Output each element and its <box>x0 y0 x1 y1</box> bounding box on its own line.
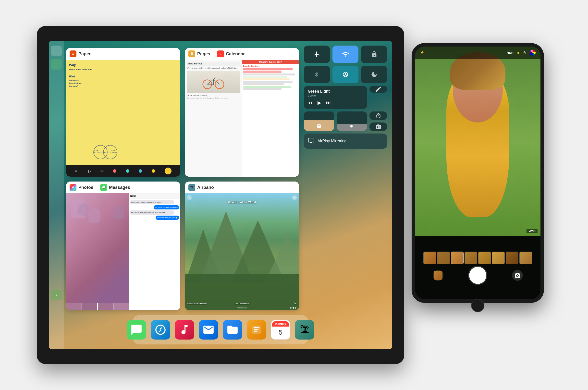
cc-brightness-volume-row <box>304 111 387 131</box>
svg-text:IDEA: IDEA <box>111 149 116 151</box>
pages-doc-text: Whether you're looking to hit the open r… <box>187 67 240 69</box>
paper-handwriting-text: Why share ideas and share What distincti… <box>69 63 177 88</box>
filter-thumb-1[interactable] <box>423 252 436 264</box>
paper-card-header: ● Paper <box>66 48 180 59</box>
paper-content: Why share ideas and share What distincti… <box>66 60 180 177</box>
pages-calendar-app-card[interactable]: 📄 Pages 5 Calendar <box>185 48 299 177</box>
color-dot-red <box>113 169 116 173</box>
paper-toolbar: ✏ ◐ ✂ <box>66 165 180 177</box>
cc-timer-btn[interactable] <box>369 111 387 120</box>
cc-wifi-btn[interactable] <box>333 46 359 63</box>
dock-app-messages[interactable] <box>127 320 146 340</box>
cc-rotation-lock-btn[interactable] <box>361 46 387 63</box>
photo-thumb-3 <box>98 303 113 310</box>
cc-volume-slider[interactable] <box>337 111 367 131</box>
iphone-status-bar: ⚡ HDR ● ⏱ <box>415 47 540 59</box>
cc-notes-btn[interactable] <box>369 86 387 93</box>
flash-icon: ● <box>517 50 520 55</box>
dock-app-music[interactable] <box>175 320 194 340</box>
color-dot-teal <box>126 169 129 173</box>
camera-viewfinder: VIVID <box>415 47 540 236</box>
photos-messages-app-card[interactable]: ✿ Photos 💬 Messages <box>66 182 180 310</box>
paper-venn-diagram: IDEA GENERATION IDEA THINKING <box>81 144 175 163</box>
cc-right-icons <box>369 111 387 131</box>
pages-doc-subtext: GREATEST AND PEBBLE I But because to get… <box>187 94 240 99</box>
cc-music-controls: ⏮ ▶ ⏭ <box>308 100 363 106</box>
dock-app-safari[interactable] <box>151 320 170 340</box>
paper-app-card[interactable]: ● Paper Why share ideas and share What d… <box>66 48 180 177</box>
cc-music-artist-text: Lorde <box>308 94 363 97</box>
bike-illustration <box>187 71 240 93</box>
cactus-shape-4 <box>113 205 124 219</box>
filter-icon[interactable] <box>530 50 536 56</box>
filter-thumb-3-selected[interactable] <box>451 252 464 264</box>
photos-panel <box>66 193 129 310</box>
dock-app-calendar[interactable]: Monday 5 <box>271 320 290 340</box>
calendar-panel: Monday, June 5, 2017 Describe Selection … <box>242 60 299 177</box>
cc-camera-btn[interactable] <box>369 122 387 131</box>
svg-point-13 <box>213 84 214 85</box>
shutter-button[interactable] <box>469 267 486 284</box>
paper-app-icon: ● <box>70 50 76 57</box>
airpano-card-body: ✕ ⓘ Wonders of the World Christ the Rede… <box>185 193 299 310</box>
dock-app-files[interactable] <box>223 320 242 340</box>
control-center-panel: Green Light Lorde ⏮ ▶ ⏭ <box>304 46 387 149</box>
svg-point-20 <box>345 73 346 74</box>
filter-thumb-4[interactable] <box>465 252 477 264</box>
filter-thumb-6[interactable] <box>492 252 505 264</box>
ipad-device: › ● Paper Why <box>37 26 404 364</box>
calendar-events: Describe Selection ▾ <box>242 64 299 92</box>
cc-airplay-mirroring-btn[interactable]: AirPlay Mirroring <box>304 134 387 149</box>
airpano-app-icon: 🗺 <box>188 184 195 191</box>
cactus-shape-3 <box>88 208 100 223</box>
photo-library-btn[interactable] <box>433 270 443 281</box>
camera-controls-row <box>415 267 540 284</box>
camera-flip-btn[interactable] <box>512 270 523 281</box>
svg-rect-26 <box>254 331 257 332</box>
timer-icon[interactable]: ⏱ <box>523 51 526 55</box>
calendar-app-title: Calendar <box>226 51 245 57</box>
filter-thumb-8[interactable] <box>519 252 532 264</box>
color-dot-yellow <box>152 169 155 173</box>
dock-app-mail[interactable] <box>199 320 218 340</box>
ipad-dock: Monday 5 🏝 <box>132 315 309 344</box>
color-swatch-main <box>165 168 172 174</box>
dock-app-travelbook[interactable]: 🏝 <box>295 320 314 340</box>
cc-next-btn[interactable]: ⏭ <box>326 100 331 106</box>
airpano-info-btn[interactable]: ⓘ <box>292 195 297 200</box>
paper-app-title: Paper <box>78 51 91 57</box>
pages-calendar-card-header: 📄 Pages 5 Calendar <box>185 48 299 59</box>
cc-bluetooth-btn[interactable] <box>304 66 330 83</box>
airpano-close-btn[interactable]: ✕ <box>187 195 192 200</box>
cc-play-btn[interactable]: ▶ <box>318 100 321 106</box>
vivid-label: VIVID <box>529 230 536 233</box>
airpano-label-1: Christ the Redeemer <box>188 302 206 305</box>
cc-airdrop-btn[interactable] <box>333 66 359 83</box>
cc-airplane-btn[interactable] <box>304 46 330 63</box>
svg-text:THINKING: THINKING <box>110 152 118 154</box>
airpano-pagination-dots <box>290 307 296 309</box>
sidebar-expand-btn[interactable]: › <box>51 290 62 300</box>
messages-conversation: Hi there! I'm trying trying trying to tr… <box>129 199 180 310</box>
iphone-home-button[interactable] <box>471 299 484 312</box>
airpano-app-card[interactable]: 🗺 Airpano <box>185 182 299 310</box>
filter-thumb-5[interactable] <box>478 252 491 264</box>
sidebar-icon-2 <box>51 59 62 70</box>
message-bubble-4: Next time we'll join you. 😊 <box>155 216 179 220</box>
photo-thumb-1 <box>66 303 82 310</box>
message-bubble-1: Hi there! I'm trying trying trying to tr… <box>130 200 174 204</box>
hdr-label[interactable]: HDR <box>507 51 514 55</box>
cc-airplay-icon <box>308 137 315 145</box>
vivid-filter-badge[interactable]: VIVID <box>527 229 538 233</box>
cc-brightness-slider[interactable] <box>304 111 334 131</box>
cc-prev-btn[interactable]: ⏮ <box>308 100 313 106</box>
cc-do-not-disturb-btn[interactable] <box>361 66 387 83</box>
cc-music-widget: Green Light Lorde ⏮ ▶ ⏭ <box>304 86 367 109</box>
iphone-device: ⚡ HDR ● ⏱ <box>412 43 544 303</box>
photos-messages-card-body: Katie Hi there! I'm trying trying trying… <box>66 193 180 310</box>
message-bubble-2: Oh those are cool! Great idea <box>154 205 179 209</box>
ipad-sidebar: › <box>49 41 64 349</box>
filter-thumb-7[interactable] <box>506 252 518 264</box>
filter-thumb-2[interactable] <box>437 252 450 264</box>
dock-app-pages[interactable] <box>247 320 266 340</box>
